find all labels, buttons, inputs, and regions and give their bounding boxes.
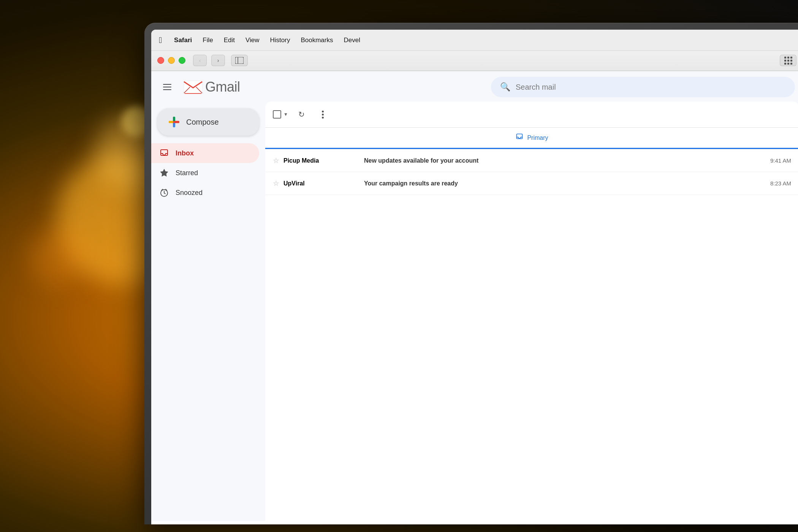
- gmail-sidebar: Compose Inbox: [151, 101, 265, 521]
- select-checkbox[interactable]: ▼: [273, 110, 288, 119]
- maximize-button[interactable]: [179, 57, 185, 64]
- starred-label: Starred: [176, 169, 198, 177]
- extensions-button[interactable]: [780, 55, 796, 66]
- apple-menu[interactable]: : [159, 35, 162, 45]
- more-dots-icon: [322, 111, 324, 112]
- minimize-button[interactable]: [168, 57, 175, 64]
- svg-rect-9: [161, 150, 168, 155]
- gmail-header: Gmail 🔍 Search mail: [151, 71, 798, 101]
- laptop-bezel:  Safari File Edit View History Bookmark…: [144, 23, 798, 524]
- refresh-icon: ↻: [298, 110, 305, 119]
- email-subject: New updates available for your account: [364, 157, 766, 164]
- svg-rect-8: [175, 121, 179, 123]
- svg-rect-12: [517, 134, 522, 139]
- gmail-main-area: Compose Inbox: [151, 101, 798, 521]
- svg-rect-5: [173, 117, 175, 121]
- email-list-area: ▼ ↻: [265, 101, 798, 521]
- close-button[interactable]: [157, 57, 164, 64]
- sidebar-toggle-button[interactable]: [231, 55, 248, 66]
- gmail-logo: Gmail: [183, 77, 240, 97]
- primary-tab-label: Primary: [527, 135, 548, 141]
- svg-marker-10: [160, 169, 168, 176]
- gmail-m-icon: [183, 77, 203, 97]
- menubar-safari[interactable]: Safari: [169, 35, 197, 46]
- refresh-button[interactable]: ↻: [294, 107, 309, 122]
- clock-icon: [159, 187, 169, 198]
- search-icon: 🔍: [500, 82, 510, 92]
- laptop-screen:  Safari File Edit View History Bookmark…: [151, 30, 798, 524]
- bokeh-light-3: [30, 228, 87, 285]
- hamburger-menu-button[interactable]: [159, 79, 176, 95]
- sidebar-item-inbox[interactable]: Inbox: [151, 143, 259, 163]
- browser-toolbar-area: ‹ ›: [151, 51, 798, 71]
- menubar-devel[interactable]: Devel: [338, 35, 365, 46]
- star-icon[interactable]: ☆: [273, 157, 279, 165]
- email-time: 9:41 AM: [770, 157, 791, 164]
- menubar-edit[interactable]: Edit: [218, 35, 240, 46]
- chevron-right-icon: ›: [217, 57, 219, 63]
- menubar-bookmarks[interactable]: Bookmarks: [295, 35, 338, 46]
- chevron-left-icon: ‹: [199, 57, 201, 63]
- email-subject: Your campaign results are ready: [364, 180, 766, 187]
- compose-label: Compose: [186, 118, 219, 127]
- star-icon[interactable]: ☆: [273, 179, 279, 188]
- macos-menubar:  Safari File Edit View History Bookmark…: [151, 30, 798, 51]
- search-placeholder-text: Search mail: [516, 83, 556, 92]
- sidebar-item-starred[interactable]: Starred: [151, 163, 259, 183]
- compose-button[interactable]: Compose: [157, 108, 259, 136]
- sidebar-item-snoozed[interactable]: Snoozed: [151, 183, 259, 203]
- inbox-icon: [159, 148, 169, 158]
- back-button[interactable]: ‹: [193, 55, 207, 66]
- svg-rect-0: [235, 57, 244, 64]
- email-row[interactable]: ☆ UpViral Your campaign results are read…: [265, 172, 798, 195]
- compose-plus-icon: [168, 116, 180, 128]
- email-sender: Picup Media: [283, 157, 359, 164]
- gmail-wordmark: Gmail: [205, 79, 240, 95]
- email-row[interactable]: ☆ Picup Media New updates available for …: [265, 149, 798, 172]
- email-time: 8:23 AM: [770, 180, 791, 187]
- search-bar[interactable]: 🔍 Search mail: [491, 77, 795, 97]
- email-tabs: Primary: [265, 128, 798, 149]
- traffic-lights: [157, 57, 185, 64]
- more-dots-icon: [322, 117, 324, 119]
- star-icon: [159, 168, 169, 178]
- primary-tab-icon: [516, 133, 523, 142]
- snoozed-label: Snoozed: [176, 189, 203, 197]
- email-sender: UpViral: [283, 180, 359, 187]
- email-toolbar: ▼ ↻: [265, 101, 798, 128]
- gmail-content: Gmail 🔍 Search mail: [151, 71, 798, 521]
- grid-icon: [784, 57, 792, 65]
- forward-button[interactable]: ›: [211, 55, 225, 66]
- svg-rect-6: [173, 123, 175, 127]
- inbox-label: Inbox: [176, 149, 194, 157]
- hamburger-icon: [163, 84, 171, 90]
- more-options-button[interactable]: [315, 107, 331, 122]
- svg-rect-7: [169, 121, 173, 123]
- sidebar-toggle-icon: [235, 57, 244, 64]
- menubar-history[interactable]: History: [265, 35, 296, 46]
- tab-primary[interactable]: Primary: [265, 128, 798, 149]
- dropdown-arrow-icon: ▼: [283, 112, 288, 117]
- menubar-file[interactable]: File: [197, 35, 218, 46]
- menubar-view[interactable]: View: [240, 35, 265, 46]
- checkbox-icon: [273, 110, 281, 119]
- more-dots-icon: [322, 114, 324, 116]
